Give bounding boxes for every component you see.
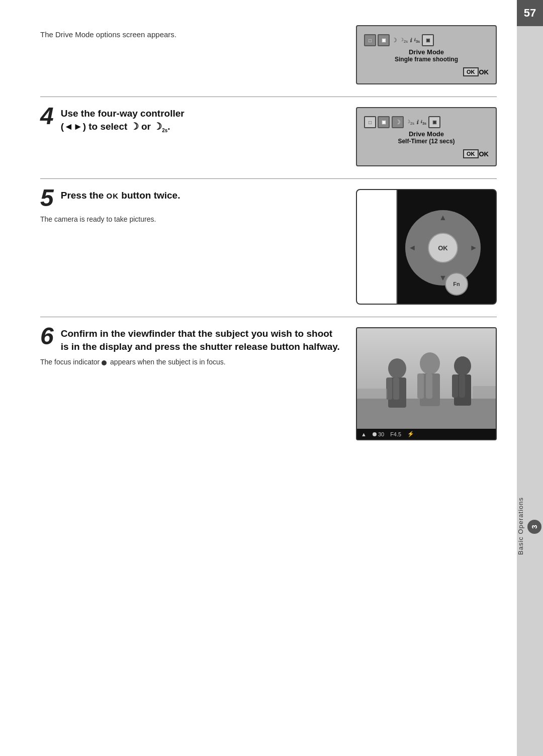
ok-box-small-1: OK	[463, 67, 479, 76]
step-4-header: 4 Use the four-way controller(◄►) to sel…	[40, 107, 341, 134]
icon2-timer: ☽	[392, 116, 404, 128]
step-6-header: 6 Confirm in the viewfinder that the sub…	[40, 327, 341, 353]
page: 57 Basic Operations 3 The Drive Mode opt…	[0, 0, 543, 756]
ctrl-fn-label: Fn	[453, 281, 460, 287]
status-item-3: F4.5	[390, 431, 401, 437]
screen-ok-row-2: OK OK	[364, 149, 489, 158]
icon2-flash: 𝒊	[417, 119, 418, 126]
step-5-row: 5 Press the OK button twice. The camera …	[40, 189, 497, 305]
svg-rect-15	[473, 386, 496, 399]
svg-rect-5	[393, 377, 399, 400]
drive-icons-row-2: □ ▣ ☽ ☽2s 𝒊 𝒊3s ▣	[364, 114, 489, 130]
ctrl-ring: ▲ ▼ ◄ ► OK	[405, 210, 481, 286]
svg-rect-14	[357, 389, 387, 399]
screen-mode-subtitle-2: Self-Timer (12 secs)	[364, 138, 489, 145]
icon-flash-3s: 𝒊3s	[414, 37, 420, 44]
photo-scene	[357, 328, 496, 429]
step-4-title: Use the four-way controller(◄►) to selec…	[61, 107, 185, 134]
ok-label-1: OK	[479, 68, 489, 76]
ok-box-small-2: OK	[463, 149, 479, 158]
status-val-3: ⚡	[407, 431, 414, 437]
step-6-desc: The focus indicator appears when the sub…	[40, 357, 341, 367]
ctrl-arrow-left: ◄	[408, 243, 416, 252]
ctrl-arrow-up: ▲	[439, 213, 447, 222]
step-5-desc: The camera is ready to take pictures.	[40, 214, 341, 225]
screen-mode-area-1: Drive Mode Single frame shooting	[364, 48, 489, 63]
step-6-title-text: Confirm in the viewfinder that the subje…	[61, 328, 340, 352]
icon2-2s: ☽2s	[406, 119, 414, 126]
chapter-title-text: Basic Operations	[517, 497, 524, 555]
screen-mode-title-2: Drive Mode	[364, 130, 489, 138]
divider-5	[40, 178, 497, 179]
step-number-6: 6	[40, 324, 54, 348]
photo-svg	[357, 328, 496, 429]
screen-mockup-2: □ ▣ ☽ ☽2s 𝒊 𝒊3s ▣ Drive Mode Self-Timer …	[356, 107, 497, 166]
step-6-desc-suffix: appears when the subject is in focus.	[110, 358, 226, 366]
svg-point-6	[420, 352, 440, 374]
ctrl-ok-button[interactable]: OK	[428, 233, 458, 263]
step-number-5: 5	[40, 186, 54, 210]
step-5-header: 5 Press the OK button twice.	[40, 189, 341, 210]
chapter-number: 3	[527, 520, 541, 534]
ctrl-arrow-right: ►	[470, 243, 478, 252]
step-4-row: 4 Use the four-way controller(◄►) to sel…	[40, 107, 497, 166]
step-6-title: Confirm in the viewfinder that the subje…	[61, 327, 341, 353]
focus-indicator-icon	[102, 360, 107, 365]
ctrl-ok-label: OK	[438, 244, 448, 252]
icon-2s: ☽2s	[400, 37, 408, 44]
drive-icons-row-1: □ ▣ ☽ ☽2s 𝒊 𝒊3s ▣	[364, 32, 489, 48]
intro-label: The Drive Mode options screen appears.	[40, 30, 176, 39]
chapter-label: Basic Operations 3	[517, 497, 543, 555]
icon-cont: ▣	[422, 34, 434, 46]
svg-rect-13	[459, 374, 465, 398]
status-val-1: 30	[378, 431, 384, 437]
screen-mode-subtitle-1: Single frame shooting	[364, 56, 489, 63]
step-6-left: 6 Confirm in the viewfinder that the sub…	[40, 327, 341, 367]
svg-point-10	[454, 356, 471, 375]
screen-ok-row-1: OK OK	[364, 67, 489, 76]
page-number: 57	[517, 0, 543, 26]
step-5-title: Press the OK button twice.	[61, 189, 180, 202]
ctrl-dpad: ▲ ▼ ◄ ► OK	[405, 210, 481, 286]
intro-text: The Drive Mode options screen appears.	[40, 25, 341, 41]
svg-rect-9	[426, 373, 432, 399]
controller-mockup: ▲ ▼ ◄ ► OK Fn	[356, 189, 497, 305]
ok-label-2: OK	[479, 150, 489, 158]
divider-6	[40, 317, 497, 317]
divider-4	[40, 97, 497, 97]
icon-timer-sym: ☽	[392, 37, 397, 44]
icon-single: □	[364, 34, 376, 46]
icon2-flash-3s: 𝒊3s	[421, 119, 426, 126]
step-5-left: 5 Press the OK button twice. The camera …	[40, 189, 341, 225]
icon2-burst: ▣	[378, 116, 390, 128]
ctrl-left-panel	[357, 190, 397, 304]
step-6-row: 6 Confirm in the viewfinder that the sub…	[40, 327, 497, 440]
icon2-cont: ▣	[428, 116, 440, 128]
ctrl-fn-button[interactable]: Fn	[445, 272, 468, 296]
svg-point-2	[388, 358, 406, 379]
screen-mode-title-1: Drive Mode	[364, 48, 489, 56]
status-icon-1: ▲	[361, 431, 367, 437]
ok-badge-2: OK OK	[463, 149, 489, 158]
step-4-title-text: Use the four-way controller(◄►) to selec…	[61, 108, 185, 132]
screen-mockup-1: □ ▣ ☽ ☽2s 𝒊 𝒊3s ▣ Drive Mode Single fram…	[356, 25, 497, 84]
icon-flash: 𝒊	[410, 37, 412, 44]
photo-status-bar: ▲ 30 F4.5 ⚡	[357, 429, 496, 439]
status-item-4: ⚡	[407, 431, 414, 437]
photo-mockup: ▲ 30 F4.5 ⚡	[356, 327, 497, 440]
status-item-1: ▲	[361, 431, 367, 437]
intro-section: The Drive Mode options screen appears. □…	[40, 25, 497, 84]
main-content: The Drive Mode options screen appears. □…	[0, 0, 517, 756]
status-val-2: F4.5	[390, 431, 401, 437]
ok-badge-1: OK OK	[463, 67, 489, 76]
icon-burst: ▣	[378, 34, 390, 46]
step-6-desc-prefix: The focus indicator	[40, 358, 100, 366]
svg-rect-12	[452, 374, 458, 398]
svg-rect-8	[417, 373, 424, 399]
step-5-title-text: Press the OK button twice.	[61, 190, 180, 201]
step-number-4: 4	[40, 104, 54, 128]
screen-mode-area-2: Drive Mode Self-Timer (12 secs)	[364, 130, 489, 145]
icon2-single: □	[364, 116, 376, 128]
sidebar: 57 Basic Operations 3	[517, 0, 543, 756]
status-item-2: 30	[373, 431, 384, 437]
